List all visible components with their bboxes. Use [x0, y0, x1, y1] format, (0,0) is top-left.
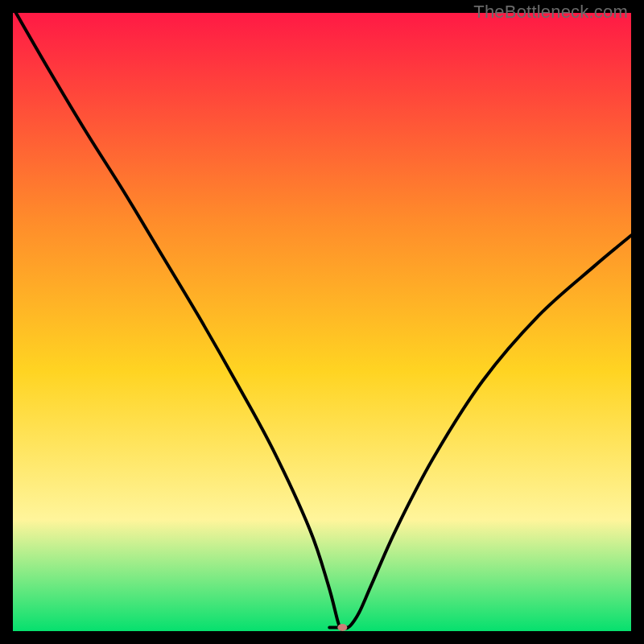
- bottleneck-chart: [13, 13, 631, 631]
- gradient-background: [13, 13, 631, 631]
- minimum-marker: [337, 624, 347, 631]
- watermark-text: TheBottleneck.com: [473, 2, 628, 23]
- chart-frame: [13, 13, 631, 631]
